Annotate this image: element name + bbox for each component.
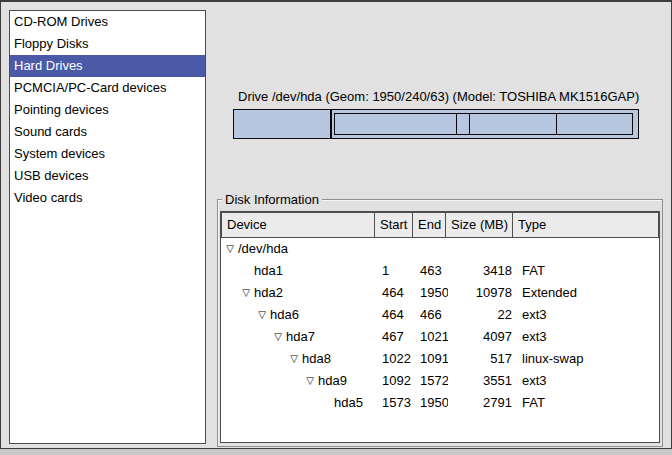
partition-segment-hda8 <box>456 113 470 135</box>
end-cell: 1950 <box>414 282 448 304</box>
end-cell: 466 <box>414 304 448 326</box>
device-cell: ▽/dev/hda <box>221 238 375 260</box>
device-cell: ▽hda6 <box>221 304 375 326</box>
table-row-hda7[interactable]: ▽hda746710214097ext3 <box>221 326 659 348</box>
device-name: hda7 <box>286 326 315 348</box>
sidebar-item-pcmcia-pc-card-devices[interactable]: PCMCIA/PC-Card devices <box>10 77 205 99</box>
start-cell <box>375 238 414 260</box>
tree-indent <box>222 381 302 382</box>
tree-indent <box>222 337 270 338</box>
hardware-browser-window: CD-ROM DrivesFloppy DisksHard DrivesPCMC… <box>0 0 672 449</box>
end-cell <box>414 238 448 260</box>
sidebar-item-video-cards[interactable]: Video cards <box>10 187 205 209</box>
tree-expander-icon[interactable]: ▽ <box>302 370 318 392</box>
partition-segment-hda1 <box>233 109 331 139</box>
column-header-size-mb[interactable]: Size (MB) <box>445 212 513 238</box>
start-cell: 1573 <box>375 392 414 414</box>
start-cell: 464 <box>375 304 414 326</box>
type-cell: linux-swap <box>516 348 659 370</box>
tree-indent <box>222 359 286 360</box>
type-cell: FAT <box>516 260 659 282</box>
size-cell: 10978 <box>448 282 516 304</box>
sidebar-item-hard-drives[interactable]: Hard Drives <box>10 55 205 77</box>
sidebar-item-system-devices[interactable]: System devices <box>10 143 205 165</box>
size-cell <box>448 238 516 260</box>
table-row-hda6[interactable]: ▽hda646446622ext3 <box>221 304 659 326</box>
disk-information-table[interactable]: DeviceStartEndSize (MB)Type ▽/dev/hdahda… <box>220 211 660 443</box>
start-cell: 464 <box>375 282 414 304</box>
partition-segment-hda6-hda7 <box>334 113 457 135</box>
device-cell: ▽hda8 <box>221 348 375 370</box>
table-row-hda9[interactable]: ▽hda9109215723551ext3 <box>221 370 659 392</box>
sidebar-item-sound-cards[interactable]: Sound cards <box>10 121 205 143</box>
table-header-row: DeviceStartEndSize (MB)Type <box>221 212 659 238</box>
size-cell: 2791 <box>448 392 516 414</box>
start-cell: 1092 <box>375 370 414 392</box>
device-cell: ▽hda7 <box>221 326 375 348</box>
sidebar-item-cd-rom-drives[interactable]: CD-ROM Drives <box>10 11 205 33</box>
type-cell <box>516 238 659 260</box>
partition-segment-hda5 <box>556 113 633 135</box>
table-row-hda1[interactable]: hda114633418FAT <box>221 260 659 282</box>
size-cell: 3551 <box>448 370 516 392</box>
device-category-list[interactable]: CD-ROM DrivesFloppy DisksHard DrivesPCMC… <box>9 10 206 444</box>
tree-indent <box>222 293 238 294</box>
end-cell: 1572 <box>414 370 448 392</box>
tree-indent <box>222 403 318 404</box>
start-cell: 467 <box>375 326 414 348</box>
sidebar-item-floppy-disks[interactable]: Floppy Disks <box>10 33 205 55</box>
size-cell: 517 <box>448 348 516 370</box>
start-cell: 1 <box>375 260 414 282</box>
device-name: hda1 <box>254 260 283 282</box>
column-header-device[interactable]: Device <box>221 212 375 238</box>
device-cell: ▽hda9 <box>221 370 375 392</box>
device-cell: hda1 <box>221 260 375 282</box>
end-cell: 1091 <box>414 348 448 370</box>
device-name: hda5 <box>334 392 363 414</box>
type-cell: ext3 <box>516 304 659 326</box>
type-cell: Extended <box>516 282 659 304</box>
column-header-type[interactable]: Type <box>512 212 659 238</box>
tree-indent <box>222 271 238 272</box>
end-cell: 1021 <box>414 326 448 348</box>
device-name: hda8 <box>302 348 331 370</box>
type-cell: ext3 <box>516 370 659 392</box>
type-cell: FAT <box>516 392 659 414</box>
table-row-hda2[interactable]: ▽hda2464195010978Extended <box>221 282 659 304</box>
table-row-hda8[interactable]: ▽hda810221091517linux-swap <box>221 348 659 370</box>
device-name: hda9 <box>318 370 347 392</box>
size-cell: 3418 <box>448 260 516 282</box>
column-header-start[interactable]: Start <box>374 212 413 238</box>
column-header-end[interactable]: End <box>412 212 446 238</box>
end-cell: 463 <box>414 260 448 282</box>
device-cell: ▽hda2 <box>221 282 375 304</box>
tree-expander-icon[interactable]: ▽ <box>270 326 286 348</box>
drive-title: Drive /dev/hda (Geom: 1950/240/63) (Mode… <box>238 89 639 104</box>
table-row-hda5[interactable]: hda5157319502791FAT <box>221 392 659 414</box>
tree-expander-icon[interactable]: ▽ <box>254 304 270 326</box>
partition-segment-hda2-extended <box>331 109 639 139</box>
tree-indent <box>222 315 254 316</box>
tree-expander-icon[interactable]: ▽ <box>238 282 254 304</box>
start-cell: 1022 <box>375 348 414 370</box>
device-name: /dev/hda <box>238 238 288 260</box>
type-cell: ext3 <box>516 326 659 348</box>
table-body: ▽/dev/hdahda114633418FAT▽hda246419501097… <box>221 238 659 414</box>
disk-information-label: Disk Information <box>222 192 322 207</box>
tree-expander-icon[interactable]: ▽ <box>286 348 302 370</box>
device-name: hda2 <box>254 282 283 304</box>
table-row-dev-hda[interactable]: ▽/dev/hda <box>221 238 659 260</box>
partition-segment-hda9 <box>469 113 558 135</box>
partition-bar-diagram <box>233 109 639 139</box>
size-cell: 22 <box>448 304 516 326</box>
sidebar-item-pointing-devices[interactable]: Pointing devices <box>10 99 205 121</box>
size-cell: 4097 <box>448 326 516 348</box>
device-name: hda6 <box>270 304 299 326</box>
sidebar-item-usb-devices[interactable]: USB devices <box>10 165 205 187</box>
device-cell: hda5 <box>221 392 375 414</box>
end-cell: 1950 <box>414 392 448 414</box>
tree-expander-icon[interactable]: ▽ <box>222 238 238 260</box>
